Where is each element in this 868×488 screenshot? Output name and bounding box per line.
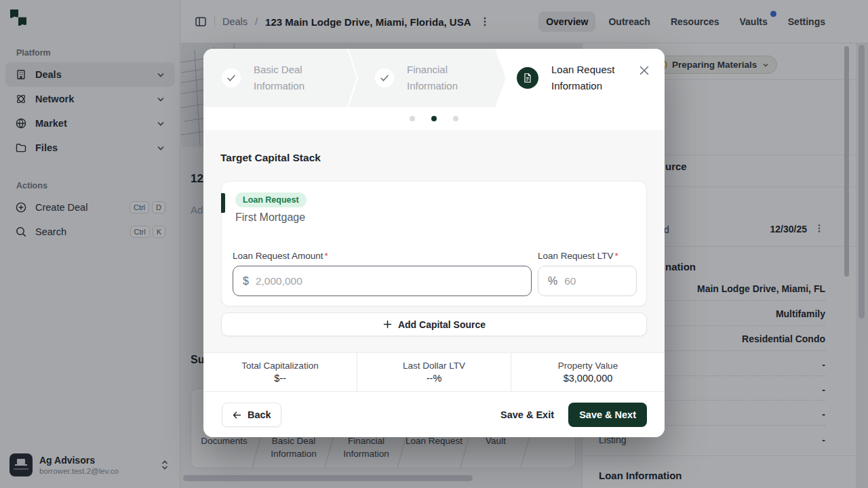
card-accent-bar	[221, 193, 225, 213]
back-button[interactable]: Back	[222, 403, 281, 427]
percent-prefix-icon: %	[548, 275, 557, 287]
loan-amount-field[interactable]: $	[233, 266, 532, 296]
summary-value: --%	[427, 373, 442, 384]
add-capital-source-button[interactable]: Add Capital Source	[221, 312, 647, 336]
app-screen: Platform Deals Network Market Files Acti…	[0, 0, 868, 488]
summary-label: Total Capitalization	[241, 361, 318, 371]
loan-ltv-field[interactable]: %	[538, 266, 637, 296]
total-capitalization: Total Capitalization $--	[203, 353, 357, 391]
loan-request-wizard-modal: Basic Deal Information Financial Informa…	[203, 49, 665, 437]
step-label: Basic Deal Information	[254, 62, 328, 94]
required-asterisk: *	[325, 251, 328, 261]
arrow-left-icon	[232, 410, 242, 420]
check-icon	[222, 68, 241, 87]
capital-source-card: Loan Request First Mortgage Loan Request…	[221, 181, 647, 306]
pagination-dot-active[interactable]	[431, 116, 437, 121]
property-value: Property Value $3,000,000	[511, 353, 665, 391]
summary-label: Property Value	[558, 361, 618, 371]
loan-request-badge: Loan Request	[235, 192, 307, 207]
step-label: Loan Request Information	[551, 62, 626, 94]
wizard-pagination	[203, 107, 665, 130]
capital-summary-bar: Total Capitalization $-- Last Dollar LTV…	[203, 352, 665, 391]
summary-value: $--	[274, 373, 286, 384]
summary-value: $3,000,000	[564, 373, 613, 384]
capital-source-name: First Mortgage	[235, 211, 305, 224]
wizard-footer: Back Save & Exit Save & Next	[203, 391, 665, 437]
check-icon	[375, 68, 394, 87]
dollar-prefix-icon: $	[243, 275, 249, 287]
loan-ltv-label: Loan Request LTV*	[538, 251, 618, 261]
step-label: Financial Information	[407, 62, 475, 94]
plus-icon	[382, 319, 393, 329]
file-text-icon	[517, 67, 538, 89]
step-loan-request-information[interactable]: Loan Request Information	[517, 49, 626, 107]
save-exit-button[interactable]: Save & Exit	[500, 403, 554, 427]
close-icon[interactable]	[639, 65, 650, 76]
step-financial-information[interactable]: Financial Information	[375, 49, 475, 107]
summary-label: Last Dollar LTV	[403, 361, 465, 371]
loan-amount-input[interactable]	[256, 275, 521, 287]
save-next-button[interactable]: Save & Next	[568, 403, 647, 427]
section-title: Target Capital Stack	[220, 152, 321, 164]
back-label: Back	[248, 409, 271, 420]
pagination-dot[interactable]	[410, 116, 415, 121]
loan-ltv-input[interactable]	[564, 275, 627, 287]
add-capital-source-label: Add Capital Source	[398, 319, 486, 330]
last-dollar-ltv: Last Dollar LTV --%	[357, 353, 511, 391]
pagination-dot[interactable]	[453, 116, 458, 121]
step-separator-chevron	[347, 49, 358, 107]
step-basic-deal-information[interactable]: Basic Deal Information	[222, 49, 328, 107]
required-asterisk: *	[615, 251, 618, 261]
wizard-stepper: Basic Deal Information Financial Informa…	[203, 49, 665, 107]
wizard-body: Target Capital Stack Loan Request First …	[203, 130, 665, 352]
loan-amount-label: Loan Request Amount*	[233, 251, 328, 261]
